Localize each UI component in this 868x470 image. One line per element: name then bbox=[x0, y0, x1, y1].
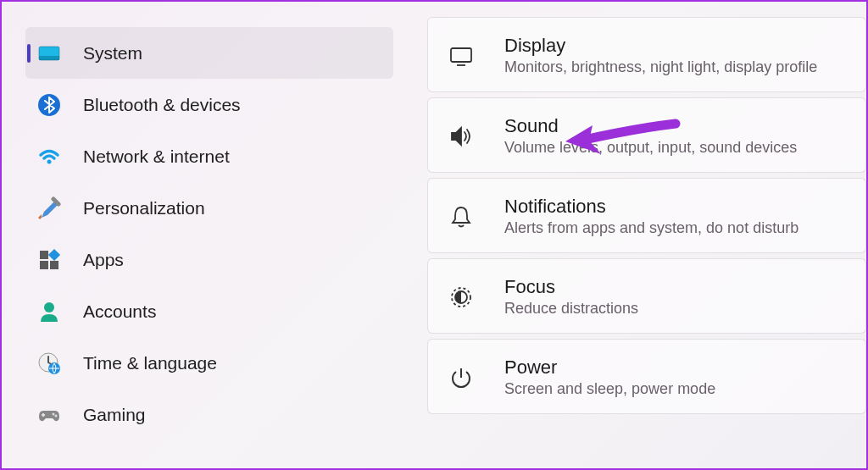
card-desc: Screen and sleep, power mode bbox=[504, 380, 715, 398]
sidebar-item-label: Apps bbox=[83, 250, 124, 270]
card-desc: Monitors, brightness, night light, displ… bbox=[504, 58, 817, 76]
card-sound[interactable]: Sound Volume levels, output, input, soun… bbox=[427, 97, 866, 173]
svg-rect-8 bbox=[50, 261, 58, 269]
system-icon bbox=[37, 41, 61, 65]
card-title: Sound bbox=[504, 115, 797, 137]
card-text: Sound Volume levels, output, input, soun… bbox=[504, 115, 797, 157]
focus-icon bbox=[448, 285, 474, 310]
sidebar-item-network[interactable]: Network & internet bbox=[25, 130, 393, 182]
svg-rect-1 bbox=[39, 56, 59, 60]
settings-main-panel: Display Monitors, brightness, night ligh… bbox=[400, 2, 866, 468]
sound-icon bbox=[448, 124, 474, 149]
svg-rect-7 bbox=[40, 261, 48, 269]
paintbrush-icon bbox=[37, 196, 61, 220]
card-desc: Volume levels, output, input, sound devi… bbox=[504, 139, 797, 157]
settings-sidebar: System Bluetooth & devices Network & int… bbox=[2, 2, 400, 468]
sidebar-item-bluetooth[interactable]: Bluetooth & devices bbox=[25, 79, 393, 130]
person-icon bbox=[37, 300, 61, 323]
card-focus[interactable]: Focus Reduce distractions bbox=[427, 258, 866, 334]
svg-point-9 bbox=[44, 302, 54, 312]
card-text: Power Screen and sleep, power mode bbox=[504, 357, 715, 398]
sidebar-item-system[interactable]: System bbox=[25, 27, 393, 79]
card-title: Focus bbox=[504, 276, 638, 298]
svg-rect-6 bbox=[48, 248, 60, 260]
wifi-icon bbox=[37, 145, 61, 169]
bell-icon bbox=[448, 204, 474, 229]
apps-icon bbox=[37, 248, 61, 272]
card-text: Display Monitors, brightness, night ligh… bbox=[504, 35, 817, 76]
svg-point-13 bbox=[55, 414, 58, 417]
sidebar-item-label: Network & internet bbox=[83, 147, 230, 167]
sidebar-item-label: Gaming bbox=[83, 405, 146, 425]
sidebar-item-label: Bluetooth & devices bbox=[83, 95, 241, 115]
card-text: Notifications Alerts from apps and syste… bbox=[504, 196, 798, 237]
svg-rect-5 bbox=[40, 251, 48, 259]
sidebar-item-label: System bbox=[83, 43, 142, 64]
svg-point-12 bbox=[53, 412, 55, 415]
sidebar-item-time-language[interactable]: Time & language bbox=[25, 337, 393, 389]
svg-rect-14 bbox=[451, 48, 471, 62]
sidebar-item-label: Time & language bbox=[83, 353, 217, 373]
display-icon bbox=[448, 43, 474, 69]
card-desc: Reduce distractions bbox=[504, 300, 638, 318]
sidebar-item-accounts[interactable]: Accounts bbox=[25, 285, 393, 337]
clock-globe-icon bbox=[37, 351, 61, 375]
card-title: Display bbox=[504, 35, 817, 57]
sidebar-item-label: Personalization bbox=[83, 198, 205, 218]
card-desc: Alerts from apps and system, do not dist… bbox=[504, 219, 798, 237]
sidebar-item-personalization[interactable]: Personalization bbox=[25, 182, 393, 234]
sidebar-item-label: Accounts bbox=[83, 301, 156, 322]
card-text: Focus Reduce distractions bbox=[504, 276, 638, 318]
bluetooth-icon bbox=[37, 93, 61, 117]
card-notifications[interactable]: Notifications Alerts from apps and syste… bbox=[427, 178, 866, 253]
sidebar-item-apps[interactable]: Apps bbox=[25, 234, 393, 285]
svg-point-4 bbox=[47, 159, 52, 163]
card-title: Notifications bbox=[504, 196, 798, 218]
card-power[interactable]: Power Screen and sleep, power mode bbox=[427, 339, 866, 414]
gamepad-icon bbox=[37, 403, 61, 427]
sidebar-item-gaming[interactable]: Gaming bbox=[25, 389, 393, 440]
card-title: Power bbox=[504, 357, 715, 379]
power-icon bbox=[448, 365, 474, 390]
card-display[interactable]: Display Monitors, brightness, night ligh… bbox=[427, 17, 866, 92]
